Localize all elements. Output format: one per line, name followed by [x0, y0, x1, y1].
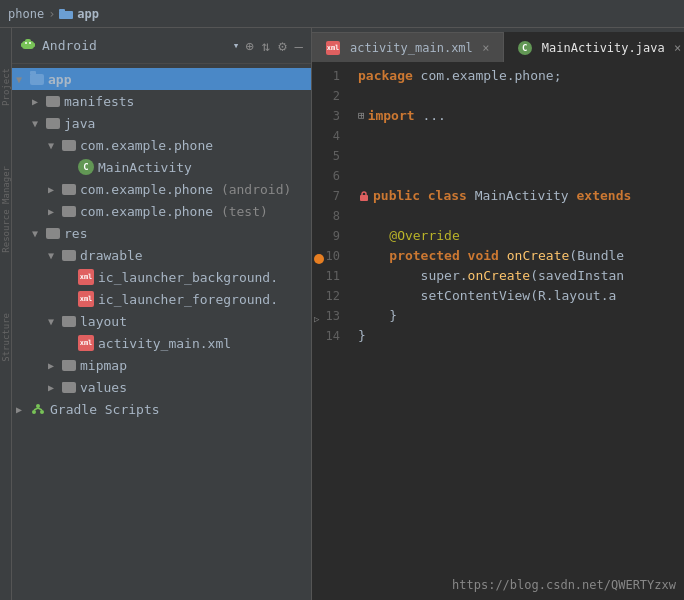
tree-arrow-drawable [44, 248, 58, 262]
folder-icon-values [62, 382, 76, 393]
code-line-10: protected void onCreate (Bundle [354, 246, 684, 266]
side-label-structure: Structure [1, 313, 11, 362]
folder-icon-res [46, 228, 60, 239]
gradle-icon [30, 401, 46, 417]
breadcrumb-sep: › [48, 7, 55, 21]
code-area[interactable]: package com.example.phone; ⊞ import ... [354, 64, 684, 600]
code-line-12: setContentView(R.layout.a [354, 286, 684, 306]
code-param-10: (Bundle [569, 246, 624, 266]
tab-activity-main[interactable]: xml activity_main.xml × [312, 32, 504, 62]
tree-item-layout[interactable]: layout [12, 310, 311, 332]
ann-override: @Override [389, 226, 459, 246]
tree-item-app[interactable]: app [12, 68, 311, 90]
tree-item-gradle-scripts[interactable]: Gradle Scripts [12, 398, 311, 420]
tree-collapse-icon[interactable]: – [295, 38, 303, 54]
code-line-1: package com.example.phone; [354, 66, 684, 86]
tree-label-ic-bg: ic_launcher_background. [98, 270, 278, 285]
tree-item-ic-launcher-fg[interactable]: xml ic_launcher_foreground. [12, 288, 311, 310]
svg-point-10 [40, 410, 44, 414]
tree-label-mainactivity: MainActivity [98, 160, 192, 175]
svg-line-11 [34, 408, 38, 410]
tree-label-com-example-phone: com.example.phone [80, 138, 213, 153]
line-number-6: 6 [312, 166, 346, 186]
tree-item-values[interactable]: values [12, 376, 311, 398]
svg-rect-6 [21, 43, 23, 47]
tree-arrow-com-example-phone [44, 138, 58, 152]
line-number-1: 1 [312, 66, 346, 86]
tab-xml-icon: xml [326, 41, 340, 55]
breadcrumb-app[interactable]: app [77, 7, 99, 21]
breadcrumb-folder-icon [59, 8, 73, 19]
orange-dot-icon[interactable] [314, 254, 324, 264]
fn-super-oncreate: onCreate [468, 266, 531, 286]
xml-icon-ic-fg: xml [78, 291, 94, 307]
line-number-14: 14 [312, 326, 346, 346]
tree-label-drawable: drawable [80, 248, 143, 263]
breadcrumb-phone[interactable]: phone [8, 7, 44, 21]
line-number-11: 11 [312, 266, 346, 286]
tree-header: Android ▾ ⊕ ⇅ ⚙ – [12, 28, 311, 64]
tree-item-res[interactable]: res [12, 222, 311, 244]
tree-item-com-test[interactable]: com.example.phone (test) [12, 200, 311, 222]
tree-item-java[interactable]: java [12, 112, 311, 134]
indent-11: super. [358, 266, 468, 286]
tree-item-ic-launcher-bg[interactable]: xml ic_launcher_background. [12, 266, 311, 288]
tree-item-mainactivity[interactable]: C MainActivity [12, 156, 311, 178]
line-number-13: ▷ 13 [312, 306, 346, 326]
tree-item-com-example-phone[interactable]: com.example.phone [12, 134, 311, 156]
lock-icon-line7 [358, 190, 370, 202]
tree-label-mipmap: mipmap [80, 358, 127, 373]
tree-arrow-app [12, 72, 26, 86]
tree-label-com-test: com.example.phone (test) [80, 204, 268, 219]
folder-icon-com-test [62, 206, 76, 217]
svg-rect-7 [33, 43, 35, 47]
tree-item-manifests[interactable]: manifests [12, 90, 311, 112]
code-line-4 [354, 126, 684, 146]
tree-label-manifests: manifests [64, 94, 134, 109]
tree-label-res: res [64, 226, 87, 241]
code-line-2 [354, 86, 684, 106]
editor-panel: xml activity_main.xml × C MainActivity.j… [312, 28, 684, 600]
line-number-4: 4 [312, 126, 346, 146]
fn-oncreate: onCreate [507, 246, 570, 266]
tab-activity-main-close[interactable]: × [479, 41, 493, 55]
space-10a [460, 246, 468, 266]
tree-arrow-com-test [44, 204, 58, 218]
tree-arrow-layout [44, 314, 58, 328]
tab-mainactivity-close[interactable]: × [671, 41, 684, 55]
kw-class: class [428, 186, 467, 206]
code-pkg-name: com.example.phone; [413, 66, 562, 86]
class-icon-mainactivity: C [78, 159, 94, 175]
tree-settings-icon[interactable]: ⚙ [278, 38, 286, 54]
side-label-resource: Resource Manager [1, 166, 11, 253]
tree-add-icon[interactable]: ⊕ [245, 38, 253, 54]
indent-10 [358, 246, 389, 266]
code-closing-brace-2: } [358, 326, 366, 346]
tree-label-java: java [64, 116, 95, 131]
kw-protected: protected [389, 246, 459, 266]
android-icon [20, 36, 36, 55]
tree-label-activity-main-xml: activity_main.xml [98, 336, 231, 351]
code-param-11: (savedInstan [530, 266, 624, 286]
tree-item-mipmap[interactable]: mipmap [12, 354, 311, 376]
code-line-6 [354, 166, 684, 186]
tree-arrow-com-android [44, 182, 58, 196]
tree-item-com-android[interactable]: com.example.phone (android) [12, 178, 311, 200]
tree-label-app: app [48, 72, 71, 87]
tree-sync-icon[interactable]: ⇅ [262, 38, 270, 54]
svg-point-4 [25, 42, 27, 44]
tree-item-activity-main-xml[interactable]: xml activity_main.xml [12, 332, 311, 354]
editor-tabs: xml activity_main.xml × C MainActivity.j… [312, 28, 684, 64]
editor-content: 1 2 3 4 5 6 7 8 9 10 11 12 ▷ [312, 64, 684, 600]
side-strip: Project Resource Manager Structure [0, 28, 12, 600]
svg-line-12 [38, 408, 42, 410]
code-line-3: ⊞ import ... [354, 106, 684, 126]
tree-item-drawable[interactable]: drawable [12, 244, 311, 266]
svg-point-5 [29, 42, 31, 44]
side-label-project: Project [1, 68, 11, 106]
kw-import: import [368, 106, 415, 126]
tree-arrow-gradle [12, 402, 26, 416]
folder-icon-com-android [62, 184, 76, 195]
tree-dropdown-icon[interactable]: ▾ [233, 39, 240, 52]
tab-mainactivity[interactable]: C MainActivity.java × [504, 32, 684, 62]
